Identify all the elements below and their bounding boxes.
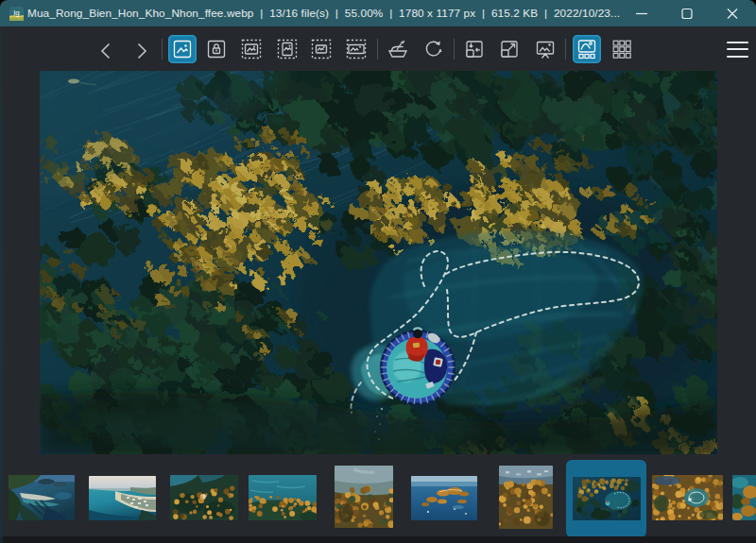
svg-text:lg: lg [13,8,19,17]
